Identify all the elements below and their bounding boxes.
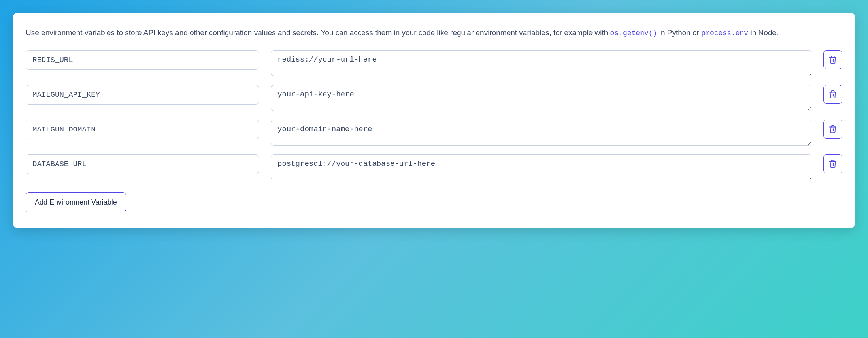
env-var-row: [26, 154, 842, 180]
env-var-rows: [26, 50, 842, 180]
intro-text-1: Use environment variables to store API k…: [26, 28, 610, 37]
add-env-var-button[interactable]: Add Environment Variable: [26, 192, 126, 212]
env-var-key-input[interactable]: [26, 120, 259, 139]
delete-env-var-button[interactable]: [823, 154, 842, 173]
env-var-key-input[interactable]: [26, 50, 259, 70]
intro-text: Use environment variables to store API k…: [26, 27, 842, 39]
env-var-row: [26, 85, 842, 111]
env-var-value-input[interactable]: [271, 50, 811, 76]
env-var-value-input[interactable]: [271, 120, 811, 146]
env-var-value-input[interactable]: [271, 85, 811, 111]
delete-env-var-button[interactable]: [823, 120, 842, 139]
trash-icon: [828, 90, 837, 99]
env-vars-card: Use environment variables to store API k…: [13, 13, 855, 228]
env-var-row: [26, 120, 842, 146]
intro-code-python: os.getenv(): [610, 29, 657, 37]
intro-text-3: in Node.: [748, 28, 778, 37]
trash-icon: [828, 160, 837, 168]
trash-icon: [828, 55, 837, 64]
env-var-value-input[interactable]: [271, 154, 811, 180]
env-var-key-input[interactable]: [26, 85, 259, 105]
intro-code-node: process.env: [701, 29, 748, 37]
intro-text-2: in Python or: [657, 28, 701, 37]
trash-icon: [828, 125, 837, 133]
delete-env-var-button[interactable]: [823, 85, 842, 104]
delete-env-var-button[interactable]: [823, 50, 842, 69]
env-var-row: [26, 50, 842, 76]
env-var-key-input[interactable]: [26, 154, 259, 174]
